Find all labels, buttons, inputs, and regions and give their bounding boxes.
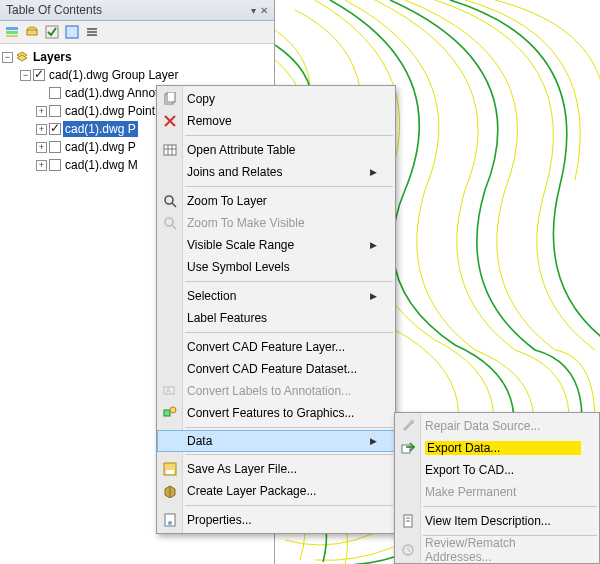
svg-rect-23 bbox=[164, 410, 170, 416]
expander-icon[interactable]: − bbox=[20, 70, 31, 81]
menu-item-label: Export To CAD... bbox=[425, 463, 581, 477]
menu-item[interactable]: Export Data... bbox=[395, 437, 599, 459]
svg-point-30 bbox=[410, 420, 414, 424]
tree-item[interactable]: −cad(1).dwg Group Layer bbox=[2, 66, 274, 84]
remove-icon bbox=[162, 113, 178, 129]
layers-icon bbox=[15, 50, 29, 64]
menu-item-label: Selection bbox=[187, 289, 370, 303]
doc-icon bbox=[400, 513, 416, 529]
menu-item-label: Open Attribute Table bbox=[187, 143, 377, 157]
menu-item[interactable]: Visible Scale Range▶ bbox=[157, 234, 395, 256]
layer-label[interactable]: cad(1).dwg P bbox=[63, 139, 138, 155]
menu-item[interactable]: Label Features bbox=[157, 307, 395, 329]
menu-item-label: Copy bbox=[187, 92, 377, 106]
layer-label[interactable]: cad(1).dwg Group Layer bbox=[47, 67, 180, 83]
menu-item-label: Save As Layer File... bbox=[187, 462, 377, 476]
menu-item[interactable]: Remove bbox=[157, 110, 395, 132]
menu-separator bbox=[185, 505, 393, 506]
menu-item-label: Visible Scale Range bbox=[187, 238, 370, 252]
menu-item-label: Convert Features to Graphics... bbox=[187, 406, 377, 420]
menu-item[interactable]: Zoom To Layer bbox=[157, 190, 395, 212]
menu-item-label: Zoom To Make Visible bbox=[187, 216, 377, 230]
menu-item[interactable]: Convert Features to Graphics... bbox=[157, 402, 395, 424]
layer-label[interactable]: cad(1).dwg Point bbox=[63, 103, 157, 119]
menu-item: Repair Data Source... bbox=[395, 415, 599, 437]
menu-item[interactable]: Save As Layer File... bbox=[157, 458, 395, 480]
menu-item[interactable]: Open Attribute Table bbox=[157, 139, 395, 161]
copy-icon bbox=[162, 91, 178, 107]
menu-item-label: Make Permanent bbox=[425, 485, 581, 499]
submenu-arrow-icon: ▶ bbox=[370, 436, 377, 446]
submenu-arrow-icon: ▶ bbox=[370, 240, 377, 250]
close-icon[interactable]: ✕ bbox=[260, 5, 268, 16]
menu-item[interactable]: Create Layer Package... bbox=[157, 480, 395, 502]
toc-title-label: Table Of Contents bbox=[6, 3, 102, 17]
menu-item-label: Use Symbol Levels bbox=[187, 260, 377, 274]
layer-checkbox[interactable] bbox=[49, 123, 61, 135]
menu-item-label: Convert CAD Feature Layer... bbox=[187, 340, 377, 354]
menu-item[interactable]: Copy bbox=[157, 88, 395, 110]
menu-item-label: Repair Data Source... bbox=[425, 419, 581, 433]
layer-checkbox[interactable] bbox=[49, 105, 61, 117]
menu-item: Review/Rematch Addresses... bbox=[395, 539, 599, 561]
export-icon bbox=[400, 440, 416, 456]
menu-item-label: Data bbox=[187, 434, 370, 448]
expander-icon[interactable]: + bbox=[36, 106, 47, 117]
menu-item-label: Label Features bbox=[187, 311, 377, 325]
svg-rect-5 bbox=[27, 30, 37, 35]
save-layer-icon bbox=[162, 461, 178, 477]
menu-item[interactable]: Properties... bbox=[157, 509, 395, 531]
list-by-source-icon[interactable] bbox=[24, 24, 40, 40]
svg-rect-7 bbox=[66, 26, 78, 38]
tree-root-label: Layers bbox=[31, 49, 74, 65]
layer-checkbox[interactable] bbox=[49, 159, 61, 171]
properties-icon bbox=[162, 512, 178, 528]
repair-icon bbox=[400, 418, 416, 434]
toc-toolbar bbox=[0, 21, 274, 44]
menu-item-label: Remove bbox=[187, 114, 377, 128]
dock-icon[interactable]: ▾ bbox=[251, 5, 256, 16]
options-icon[interactable] bbox=[84, 24, 100, 40]
expander-icon[interactable]: + bbox=[36, 142, 47, 153]
submenu-arrow-icon: ▶ bbox=[370, 291, 377, 301]
svg-rect-8 bbox=[87, 28, 97, 30]
data-submenu: Repair Data Source...Export Data...Expor… bbox=[394, 412, 600, 564]
list-by-visibility-icon[interactable] bbox=[44, 24, 60, 40]
expander-icon[interactable]: + bbox=[36, 124, 47, 135]
menu-item-label: Create Layer Package... bbox=[187, 484, 377, 498]
tree-root[interactable]: − Layers bbox=[2, 48, 274, 66]
toc-titlebar[interactable]: Table Of Contents ▾ ✕ bbox=[0, 0, 274, 21]
menu-item-label: View Item Description... bbox=[425, 514, 581, 528]
menu-item[interactable]: Convert CAD Feature Dataset... bbox=[157, 358, 395, 380]
menu-item[interactable]: Joins and Relates▶ bbox=[157, 161, 395, 183]
menu-item[interactable]: View Item Description... bbox=[395, 510, 599, 532]
menu-separator bbox=[185, 427, 393, 428]
svg-rect-3 bbox=[6, 35, 18, 37]
menu-item-label: Convert Labels to Annotation... bbox=[187, 384, 377, 398]
menu-item[interactable]: Data▶ bbox=[157, 430, 395, 452]
layer-context-menu: CopyRemoveOpen Attribute TableJoins and … bbox=[156, 85, 396, 534]
menu-item-label: Joins and Relates bbox=[187, 165, 370, 179]
layer-checkbox[interactable] bbox=[33, 69, 45, 81]
layer-label[interactable]: cad(1).dwg P bbox=[63, 121, 138, 137]
svg-rect-10 bbox=[87, 34, 97, 36]
menu-item[interactable]: Selection▶ bbox=[157, 285, 395, 307]
menu-item-label: Review/Rematch Addresses... bbox=[425, 536, 581, 564]
layer-checkbox[interactable] bbox=[49, 87, 61, 99]
list-by-drawing-order-icon[interactable] bbox=[4, 24, 20, 40]
submenu-arrow-icon: ▶ bbox=[370, 167, 377, 177]
expander-icon[interactable]: + bbox=[36, 160, 47, 171]
svg-point-29 bbox=[168, 521, 172, 525]
layer-checkbox[interactable] bbox=[49, 141, 61, 153]
menu-separator bbox=[423, 506, 597, 507]
menu-item[interactable]: Use Symbol Levels bbox=[157, 256, 395, 278]
layer-label[interactable]: cad(1).dwg M bbox=[63, 157, 140, 173]
menu-separator bbox=[185, 454, 393, 455]
menu-item[interactable]: Convert CAD Feature Layer... bbox=[157, 336, 395, 358]
list-by-selection-icon[interactable] bbox=[64, 24, 80, 40]
menu-item[interactable]: Export To CAD... bbox=[395, 459, 599, 481]
package-icon bbox=[162, 483, 178, 499]
menu-separator bbox=[185, 135, 393, 136]
zoom-icon bbox=[162, 193, 178, 209]
labels-icon: A bbox=[162, 383, 178, 399]
